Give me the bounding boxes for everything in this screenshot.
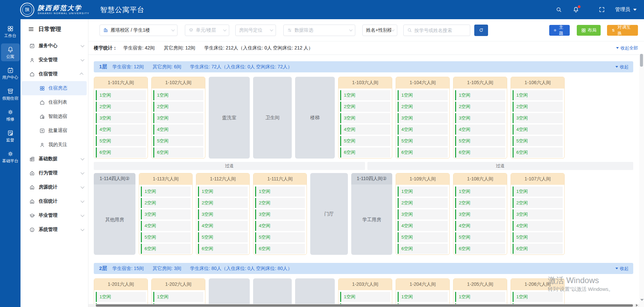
bed-slot[interactable]: 2空闲	[198, 198, 248, 208]
bed-slot[interactable]: 6空闲	[255, 244, 305, 254]
bed-slot[interactable]: 6空闲	[398, 244, 448, 254]
rail-item-calcheck[interactable]: 用户中心	[1, 64, 20, 82]
bed-slot[interactable]: 3空闲	[513, 113, 563, 123]
bed-slot[interactable]: 6空闲	[455, 147, 505, 158]
display-mode-select[interactable]: 姓名+性别模	[362, 25, 397, 36]
scroll-down-arrow-icon[interactable]	[640, 299, 644, 301]
bed-slot[interactable]: 4空闲	[455, 125, 505, 135]
menu-item[interactable]: 房源统计	[21, 180, 88, 194]
bed-slot[interactable]: 1空闲	[455, 292, 505, 302]
room-card[interactable]: 1-203六人间1空闲2空闲	[338, 278, 392, 304]
utility-room-card[interactable]: 楼梯	[295, 77, 335, 159]
bed-slot[interactable]: 4空闲	[340, 125, 390, 135]
room-card[interactable]: 1-109六人间1空闲2空闲3空闲4空闲5空闲6空闲	[396, 173, 450, 255]
bell-icon[interactable]	[573, 6, 579, 13]
room-card[interactable]: 1-113六人间1空闲2空闲3空闲4空闲5空闲6空闲	[139, 173, 193, 255]
bed-slot[interactable]: 6空闲	[455, 244, 505, 254]
bed-slot[interactable]: 2空闲	[141, 198, 191, 208]
utility-room-card[interactable]: 门厅	[310, 173, 348, 255]
bed-slot[interactable]: 4空闲	[513, 125, 563, 135]
bed-slot[interactable]: 6空闲	[141, 244, 191, 254]
bed-slot[interactable]: 3空闲	[455, 209, 505, 219]
rail-item-bell[interactable]: 公寓	[1, 43, 20, 61]
bed-slot[interactable]: 3空闲	[455, 113, 505, 123]
utility-room-card[interactable]	[209, 278, 250, 304]
collapse-all-link[interactable]: 收起全部	[616, 45, 638, 51]
bed-slot[interactable]: 3空闲	[513, 209, 563, 219]
bed-slot[interactable]: 5空闲	[513, 232, 563, 242]
floor-collapse-link[interactable]: 收起	[615, 266, 629, 272]
bed-slot[interactable]: 5空闲	[455, 232, 505, 242]
bed-slot[interactable]: 5空闲	[198, 232, 248, 242]
bed-slot[interactable]: 2空闲	[455, 102, 505, 112]
menu-item[interactable]: 我的关注	[21, 138, 88, 152]
menu-item[interactable]: 行为管理	[21, 166, 88, 180]
bed-slot[interactable]: 5空闲	[455, 136, 505, 146]
room-card[interactable]: 1-103六人间1空闲2空闲3空闲4空闲5空闲6空闲	[338, 77, 392, 159]
bed-slot[interactable]: 6空闲	[153, 147, 203, 158]
bed-slot[interactable]: 1空闲	[198, 186, 248, 197]
bed-slot[interactable]: 4空闲	[198, 221, 248, 231]
bed-slot[interactable]: 1空闲	[455, 186, 505, 197]
search-input[interactable]	[414, 28, 465, 33]
bed-slot[interactable]: 3空闲	[153, 113, 203, 123]
bed-slot[interactable]: 2空闲	[513, 102, 563, 112]
bed-slot[interactable]: 2空闲	[153, 102, 203, 112]
refresh-button[interactable]	[474, 25, 488, 36]
rail-item-gear[interactable]: 维修	[1, 106, 20, 124]
menu-item[interactable]: 住宿管理	[21, 67, 88, 81]
theme-button[interactable]: 主题	[549, 25, 570, 36]
menu-item[interactable]: 智能选宿	[21, 109, 88, 124]
swap-button[interactable]: 对调互换	[607, 25, 638, 36]
bed-slot[interactable]: 1空闲	[398, 292, 448, 302]
room-card[interactable]: 1-204六人间1空闲2空闲	[396, 278, 450, 304]
room-card[interactable]: 1-107六人间1空闲2空闲3空闲4空闲5空闲6空闲	[511, 173, 565, 255]
room-card[interactable]: 1-106六人间1空闲2空闲3空闲4空闲5空闲6空闲	[511, 77, 565, 159]
bed-slot[interactable]: 4空闲	[398, 125, 448, 135]
bed-slot[interactable]: 5空闲	[513, 136, 563, 146]
bed-slot[interactable]: 1空闲	[96, 90, 146, 100]
bed-slot[interactable]: 4空闲	[255, 221, 305, 231]
bed-slot[interactable]: 1空闲	[153, 292, 203, 302]
rail-item-gear[interactable]: 基础平台	[1, 148, 20, 166]
bed-slot[interactable]: 3空闲	[198, 209, 248, 219]
menu-item[interactable]: 批量退宿	[21, 124, 88, 138]
room-card[interactable]: 1-101六人间1空闲2空闲3空闲4空闲5空闲6空闲	[94, 77, 148, 159]
bed-slot[interactable]: 1空闲	[398, 90, 448, 100]
bed-slot[interactable]: 6空闲	[340, 147, 390, 158]
utility-room-card[interactable]	[295, 278, 335, 304]
bed-slot[interactable]: 2空闲	[398, 102, 448, 112]
bed-slot[interactable]: 2空闲	[340, 102, 390, 112]
bed-slot[interactable]: 4空闲	[455, 221, 505, 231]
bed-slot[interactable]: 2空闲	[513, 198, 563, 208]
menu-item[interactable]: 安全管理	[21, 53, 88, 67]
vertical-scrollbar[interactable]	[639, 54, 644, 307]
room-card[interactable]: 1-104六人间1空闲2空闲3空闲4空闲5空闲6空闲	[396, 77, 450, 159]
bed-slot[interactable]: 1空闲	[340, 292, 390, 302]
unit-floor-select[interactable]: 单元/楼层	[185, 25, 229, 36]
rail-item-grid4[interactable]: 工作台	[1, 23, 20, 40]
bed-slot[interactable]: 6空闲	[398, 147, 448, 158]
bed-slot[interactable]: 2空闲	[255, 198, 305, 208]
room-card[interactable]: 1-206六人间1空闲2空闲	[511, 278, 565, 304]
bed-slot[interactable]: 4空闲	[513, 221, 563, 231]
room-card[interactable]: 1-108六人间1空闲2空闲3空闲4空闲5空闲6空闲	[453, 173, 507, 255]
bed-slot[interactable]: 4空闲	[153, 125, 203, 135]
menu-item[interactable]: 系统管理	[21, 223, 88, 237]
bed-slot[interactable]: 1空闲	[255, 186, 305, 197]
user-menu[interactable]: 管理员	[615, 6, 637, 13]
bed-slot[interactable]: 3空闲	[340, 113, 390, 123]
utility-room-card[interactable]: 卫生间	[253, 77, 292, 159]
bed-slot[interactable]: 3空闲	[398, 209, 448, 219]
bed-slot[interactable]: 1空闲	[398, 186, 448, 197]
bed-slot[interactable]: 4空闲	[96, 125, 146, 135]
menu-item[interactable]: 住宿列表	[21, 95, 88, 109]
fullscreen-icon[interactable]	[599, 6, 605, 13]
vertical-scrollbar-thumb[interactable]	[640, 54, 643, 67]
rail-item-archive[interactable]: 假期住宿	[1, 85, 20, 103]
bed-slot[interactable]: 1空闲	[455, 90, 505, 100]
bed-slot[interactable]: 5空闲	[255, 232, 305, 242]
bed-slot[interactable]: 3空闲	[255, 209, 305, 219]
bed-slot[interactable]: 6空闲	[96, 147, 146, 158]
menu-item[interactable]: 住宿统计	[21, 194, 88, 208]
